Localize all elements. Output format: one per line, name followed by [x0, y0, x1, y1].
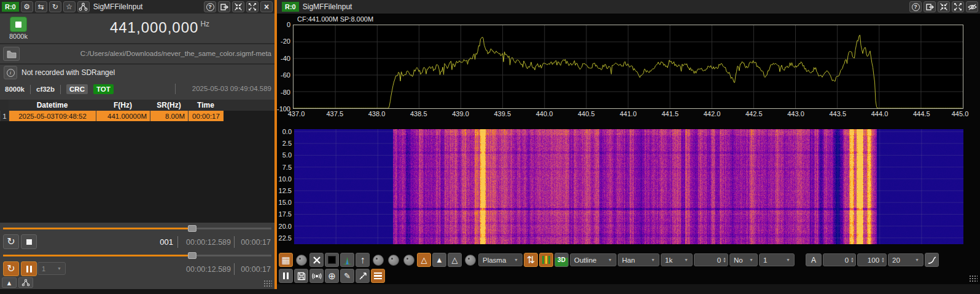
- colormap-select[interactable]: Plasma▼: [478, 253, 523, 266]
- divider: [0, 43, 274, 44]
- spectrum-toolbar: ▦ ↑ △ ▲ △ Plasma▼ ⇅ 3D Outline▼ Han▼: [279, 253, 939, 267]
- help-icon[interactable]: ?: [909, 1, 922, 12]
- info-button[interactable]: i: [4, 66, 17, 79]
- spectrum-toggle-icon[interactable]: ▲: [2, 277, 17, 288]
- slider-handle[interactable]: [188, 252, 196, 259]
- expand-icon[interactable]: [246, 1, 259, 12]
- spec-x-tick: 444.0: [871, 110, 889, 117]
- help-icon[interactable]: ?: [204, 1, 216, 12]
- loop-button[interactable]: ↻: [3, 234, 19, 249]
- divider: [0, 63, 274, 65]
- playback-speed-select[interactable]: 1▼: [37, 262, 66, 275]
- table-header-row: Datetime F(Hz) SR(Hz) Time: [0, 100, 274, 111]
- cf-sp-overlay: CF:441.000M SP:8.000M: [297, 15, 373, 23]
- crc-badge: CRC: [66, 84, 88, 94]
- meta-badges-row: 8000k cf32b CRC TOT: [5, 82, 114, 96]
- elapsed-time-2: 00:00:12.589: [182, 265, 231, 274]
- averaging-mode-select[interactable]: No▼: [729, 253, 758, 266]
- hide-icon[interactable]: [966, 1, 978, 12]
- shrink-icon[interactable]: [232, 1, 244, 12]
- trace-intensity-knob[interactable]: [463, 253, 477, 267]
- loop-toggle-button[interactable]: ↻: [3, 261, 19, 276]
- loop-position-slider[interactable]: [3, 252, 271, 259]
- decay-knob[interactable]: [371, 253, 385, 267]
- spectrum-x-axis: 437.0437.5438.0438.5439.0439.5440.0440.5…: [293, 110, 963, 119]
- spectrum-display[interactable]: [293, 25, 963, 109]
- playback-position-slider[interactable]: [3, 224, 271, 232]
- spec-x-tick: 442.0: [704, 110, 721, 117]
- spec-x-tick: 438.5: [410, 110, 427, 117]
- spec-y-tick: -40: [281, 55, 290, 62]
- spectrum-menu-icon[interactable]: [371, 269, 385, 283]
- table-row[interactable]: 1 2025-05-03T09:48:52 441.00000M 8.00M 0…: [0, 111, 274, 121]
- annotation-pencil-icon[interactable]: ✎: [340, 269, 354, 283]
- current-trace-icon[interactable]: △: [417, 253, 431, 267]
- slider-handle[interactable]: [188, 225, 196, 232]
- move-workspace-icon[interactable]: [924, 1, 936, 12]
- pause-button[interactable]: [21, 261, 37, 276]
- waterfall-y-tick: 10.0: [279, 175, 292, 183]
- expand-icon[interactable]: [952, 1, 964, 12]
- open-file-button[interactable]: [3, 47, 20, 61]
- spec-x-tick: 441.5: [661, 110, 679, 117]
- spectrum-toolbar-2: ⊕ ✎: [279, 269, 385, 283]
- freeze-icon[interactable]: [279, 269, 293, 283]
- stroke-knob[interactable]: [402, 253, 416, 267]
- waterfall-y-tick: 17.5: [279, 210, 292, 218]
- col-time: Time: [188, 100, 224, 111]
- waterfall-display[interactable]: [294, 129, 963, 244]
- settings-gear-icon[interactable]: ⚙: [21, 1, 33, 12]
- total-time-2: 00:00:17: [238, 265, 271, 274]
- divider: [177, 236, 178, 248]
- gradient-trace-icon[interactable]: △: [448, 253, 462, 267]
- histogram-icon[interactable]: [340, 253, 354, 267]
- resize-grip[interactable]: [969, 275, 978, 283]
- waterfall-toggle-icon[interactable]: ⇅: [524, 253, 538, 267]
- clear-spectrum-icon[interactable]: [309, 253, 324, 267]
- fft-size-select[interactable]: 1k▼: [661, 253, 693, 266]
- waterfall-y-tick: 22.5: [279, 234, 292, 242]
- change-device-icon[interactable]: ⇆: [35, 1, 47, 12]
- graph-toggle-icon[interactable]: [18, 277, 33, 288]
- grid-intensity-knob[interactable]: [294, 253, 308, 267]
- ref-level-spinner[interactable]: 0▲▼: [823, 253, 856, 266]
- shrink-icon[interactable]: [938, 1, 950, 12]
- averaging-count-select[interactable]: 1▼: [759, 253, 795, 266]
- max-hold-icon[interactable]: ↑: [356, 253, 370, 267]
- graph-nodes-icon[interactable]: [77, 1, 90, 12]
- divider: [234, 236, 235, 248]
- range-spinner[interactable]: 100▲▼: [857, 253, 887, 266]
- style-select[interactable]: Outline▼: [570, 253, 616, 266]
- device-index-badge: R:0: [2, 2, 19, 12]
- filled-trace-icon[interactable]: ▲: [432, 253, 446, 267]
- marker-target-icon[interactable]: ⊕: [325, 269, 339, 283]
- window-select[interactable]: Han▼: [618, 253, 659, 266]
- autoscale-button[interactable]: A: [806, 253, 822, 266]
- stop-button[interactable]: [21, 234, 37, 249]
- waterfall-y-tick: 5.0: [282, 151, 292, 159]
- measure-caliper-icon[interactable]: [356, 269, 370, 283]
- start-stop-button[interactable]: [10, 17, 27, 32]
- col-srhz: SR(Hz): [150, 100, 188, 111]
- offset-spinner[interactable]: 0▲▼: [694, 253, 728, 266]
- 3d-spectrogram-icon[interactable]: 3D: [554, 253, 569, 267]
- stream-icon[interactable]: [309, 269, 324, 283]
- grid-toggle-icon[interactable]: ▦: [279, 253, 293, 267]
- star-icon[interactable]: ☆: [63, 1, 76, 12]
- move-workspace-icon[interactable]: [218, 1, 230, 12]
- decay-divisor-knob[interactable]: [386, 253, 400, 267]
- histogram-toggle-icon[interactable]: [539, 253, 553, 267]
- sample-rate-label: 8000k: [4, 33, 33, 40]
- level-select[interactable]: 20▼: [888, 253, 924, 266]
- close-icon[interactable]: ×: [260, 1, 273, 12]
- elapsed-time: 00:00:12.589: [182, 238, 231, 247]
- resize-grip[interactable]: [263, 280, 272, 288]
- spec-x-tick: 441.0: [620, 110, 637, 117]
- reload-icon[interactable]: ↻: [49, 1, 61, 12]
- spec-x-tick: 443.5: [829, 110, 846, 117]
- center-frequency-display[interactable]: 441,000,000Hz: [86, 19, 233, 36]
- calibration-curve-icon[interactable]: [925, 253, 939, 267]
- tot-badge: TOT: [93, 84, 114, 94]
- save-icon[interactable]: [294, 269, 308, 283]
- reference-color-swatch[interactable]: [325, 253, 339, 267]
